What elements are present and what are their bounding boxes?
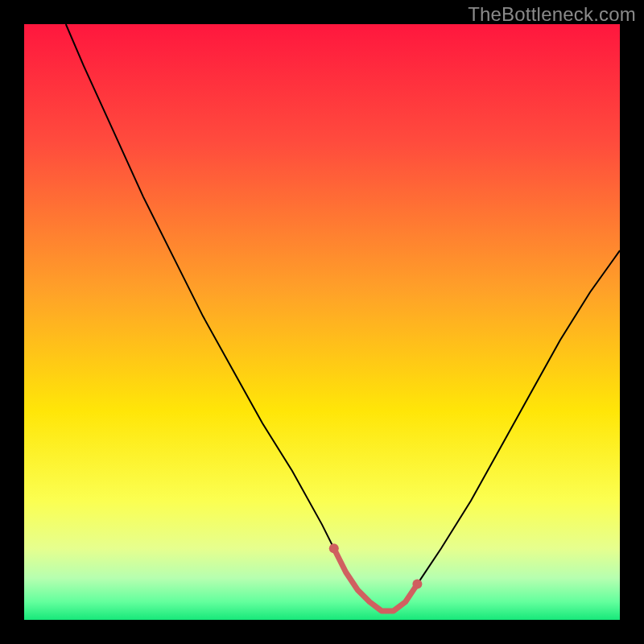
watermark-label: TheBottleneck.com xyxy=(468,3,636,26)
chart-plot-area xyxy=(24,24,620,620)
chart-svg xyxy=(24,24,620,620)
chart-frame: TheBottleneck.com xyxy=(0,0,644,644)
gradient-background xyxy=(24,24,620,620)
sweet-spot-dot-right xyxy=(412,580,422,589)
sweet-spot-dot-left xyxy=(329,543,339,553)
